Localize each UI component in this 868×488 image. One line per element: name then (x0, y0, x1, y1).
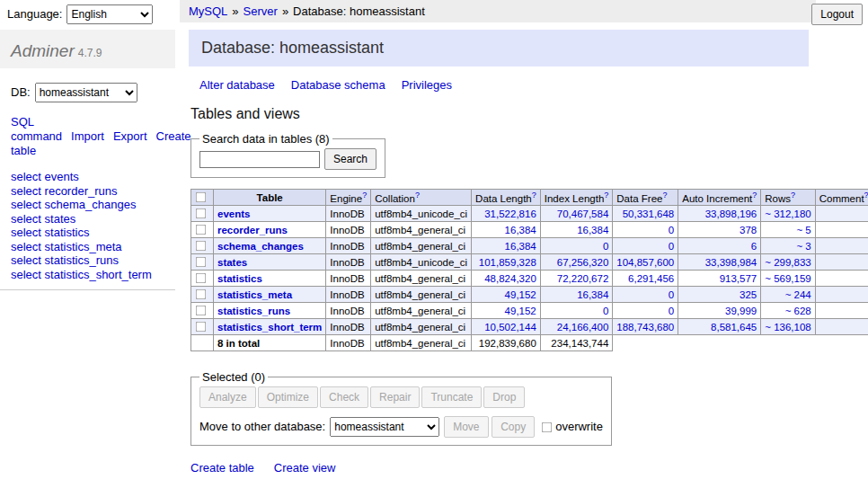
data-length-link[interactable]: 101,859,328 (479, 257, 536, 268)
table-name-link[interactable]: statistics_short_term (217, 322, 322, 333)
rows-count-link[interactable]: ~ 569,159 (765, 273, 810, 284)
row-checkbox[interactable] (196, 306, 207, 316)
index-length-link[interactable]: 0 (603, 241, 608, 252)
create-view-link[interactable]: Create view (274, 461, 336, 475)
data-length-link[interactable]: 10,502,144 (484, 322, 536, 333)
auto-increment-link[interactable]: 325 (740, 289, 757, 300)
check-button: Check (320, 386, 368, 408)
auto-increment-link[interactable]: 33,898,196 (705, 209, 757, 219)
data-free-link[interactable]: 0 (669, 306, 674, 316)
select-all-checkbox[interactable] (196, 192, 207, 203)
search-input[interactable] (199, 151, 320, 168)
column-header-data-free: Data Free? (613, 190, 678, 206)
table-name-link[interactable]: statistics_runs (217, 306, 290, 316)
auto-increment-link[interactable]: 39,999 (725, 306, 757, 316)
table-name-link[interactable]: recorder_runs (217, 225, 288, 235)
table-name-link[interactable]: statistics_meta (217, 289, 292, 300)
rows-count-link[interactable]: ~ 312,180 (765, 209, 810, 219)
sidebar-links: SQL commandImportExportCreate table (11, 115, 165, 158)
sidebar-item-select-statistics-short-term[interactable]: select statistics_short_term (11, 268, 164, 282)
auto-increment-link[interactable]: 378 (740, 225, 757, 235)
rows-count-link[interactable]: ~ 5 (796, 225, 810, 235)
table-name-link[interactable]: statistics (217, 273, 262, 284)
create-table-link[interactable]: Create table (190, 461, 254, 475)
table-row: states InnoDB utf8mb4_unicode_ci 101,859… (191, 254, 868, 271)
data-length-link[interactable]: 16,384 (505, 225, 536, 235)
app-name: Adminer (11, 41, 75, 60)
table-name-link[interactable]: states (217, 257, 247, 268)
alter-database-link[interactable]: Alter database (199, 78, 275, 92)
auto-increment-link[interactable]: 33,398,984 (705, 257, 757, 268)
help-link[interactable]: ? (662, 191, 667, 200)
auto-increment-link[interactable]: 8,581,645 (711, 322, 757, 333)
data-free-link[interactable]: 50,331,648 (623, 209, 675, 219)
search-button[interactable]: Search (324, 148, 376, 170)
sidebar-item-select-states[interactable]: select states (11, 212, 164, 226)
index-length-link[interactable]: 70,467,584 (557, 209, 609, 219)
move-db-select[interactable]: homeassistant (330, 417, 439, 437)
sidebar-link-sql-command[interactable]: SQL command (11, 115, 62, 143)
data-length-link[interactable]: 49,152 (505, 306, 536, 316)
index-length-link[interactable]: 16,384 (577, 225, 608, 235)
rows-count-link[interactable]: ~ 299,833 (765, 257, 810, 268)
help-link[interactable]: ? (415, 191, 420, 200)
row-checkbox[interactable] (196, 273, 207, 284)
auto-increment-link[interactable]: 913,577 (720, 273, 757, 284)
row-checkbox[interactable] (196, 241, 207, 252)
index-length-link[interactable]: 0 (603, 306, 608, 316)
data-free-link[interactable]: 0 (669, 225, 674, 235)
column-header-collation: Collation? (371, 190, 472, 206)
sidebar-link-import[interactable]: Import (71, 129, 104, 143)
data-length-link[interactable]: 49,152 (505, 289, 536, 300)
language-select[interactable]: English (66, 4, 153, 24)
rows-count-link[interactable]: ~ 136,108 (765, 322, 810, 333)
index-length-link[interactable]: 24,166,400 (557, 322, 609, 333)
total-data-length: 192,839,680 (472, 335, 541, 351)
sidebar-item-select-statistics[interactable]: select statistics (11, 226, 164, 240)
data-free-link[interactable]: 188,743,680 (616, 322, 674, 333)
row-checkbox[interactable] (196, 225, 207, 235)
sidebar-item-select-statistics-runs[interactable]: select statistics_runs (11, 253, 164, 268)
repair-button: Repair (370, 386, 420, 408)
sidebar-item-select-recorder-runs[interactable]: select recorder_runs (11, 184, 164, 199)
sidebar-item-select-events[interactable]: select events (11, 170, 164, 184)
table-name-link[interactable]: schema_changes (217, 241, 304, 252)
help-link[interactable]: ? (752, 191, 757, 200)
overwrite-checkbox[interactable] (542, 422, 553, 433)
logout-button[interactable]: Logout (811, 4, 863, 25)
sidebar-item-select-statistics-meta[interactable]: select statistics_meta (11, 240, 164, 254)
help-link[interactable]: ? (362, 191, 367, 200)
db-select[interactable]: homeassistant (35, 83, 137, 102)
index-length-link[interactable]: 72,220,672 (557, 273, 609, 284)
help-link[interactable]: ? (791, 191, 795, 200)
auto-increment-link[interactable]: 6 (751, 241, 757, 252)
database-schema-link[interactable]: Database schema (291, 78, 385, 92)
help-link[interactable]: ? (604, 191, 608, 200)
index-length-link[interactable]: 16,384 (577, 289, 608, 300)
index-length-link[interactable]: 67,256,320 (557, 257, 609, 268)
data-length-link[interactable]: 31,522,816 (484, 209, 536, 219)
overwrite-option[interactable]: overwrite (541, 420, 603, 433)
data-length-link[interactable]: 16,384 (505, 241, 536, 252)
data-free-link[interactable]: 6,291,456 (628, 273, 674, 284)
total-label: 8 in total (214, 335, 326, 351)
table-name-link[interactable]: events (217, 209, 250, 219)
sidebar-item-select-schema-changes[interactable]: select schema_changes (11, 198, 164, 212)
rows-count-link[interactable]: ~ 628 (785, 306, 811, 316)
rows-count-link[interactable]: ~ 244 (785, 289, 811, 300)
help-link[interactable]: ? (532, 191, 536, 200)
breadcrumb-link-server[interactable]: Server (244, 4, 278, 18)
row-checkbox[interactable] (196, 257, 207, 268)
breadcrumb-link-mysql[interactable]: MySQL (189, 4, 227, 18)
data-length-link[interactable]: 48,824,320 (484, 273, 536, 284)
row-checkbox[interactable] (196, 289, 207, 300)
sidebar-link-export[interactable]: Export (113, 129, 147, 143)
row-checkbox[interactable] (196, 322, 207, 333)
data-free-link[interactable]: 0 (669, 289, 674, 300)
data-free-link[interactable]: 104,857,600 (616, 257, 674, 268)
rows-count-link[interactable]: ~ 3 (796, 241, 810, 252)
privileges-link[interactable]: Privileges (402, 78, 452, 92)
help-link[interactable]: ? (864, 191, 868, 200)
data-free-link[interactable]: 0 (669, 241, 674, 252)
row-checkbox[interactable] (196, 209, 207, 219)
